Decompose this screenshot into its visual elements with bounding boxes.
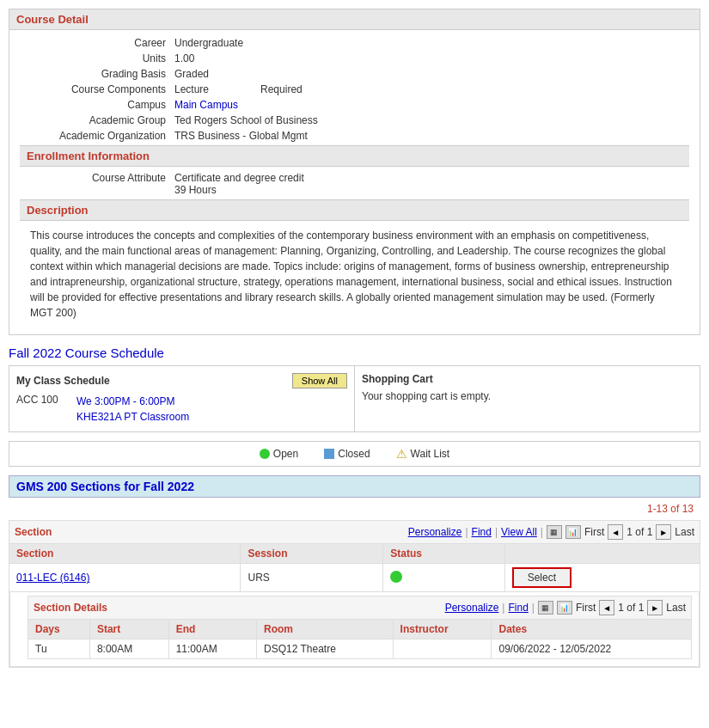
chart-icon[interactable]: 📊 bbox=[565, 525, 581, 539]
section-link[interactable]: 011-LEC (6146) bbox=[16, 572, 89, 584]
dates-cell: 09/06/2022 - 12/05/2022 bbox=[492, 639, 692, 659]
sub-find-link[interactable]: Find bbox=[508, 602, 528, 614]
academic-org-row: Academic Organization TRS Business - Glo… bbox=[20, 130, 689, 142]
detail-table: Days Start End Room Instructor Dates bbox=[28, 619, 692, 659]
open-icon bbox=[260, 449, 270, 459]
schedule-grid: My Class Schedule Show All ACC 100 We 3:… bbox=[9, 365, 700, 432]
col-session: Session bbox=[241, 544, 383, 564]
academic-group-row: Academic Group Ted Rogers School of Busi… bbox=[20, 114, 689, 126]
next-nav-button[interactable]: ► bbox=[656, 524, 671, 540]
detail-table-row: Tu 8:00AM 11:00AM DSQ12 Theatre 09/06/20… bbox=[28, 639, 692, 659]
campus-value: Main Campus bbox=[174, 99, 689, 111]
course-detail-content: Career Undergraduate Units 1.00 Grading … bbox=[9, 30, 700, 334]
table-row: 011-LEC (6146) URS Select bbox=[9, 564, 700, 592]
room-cell: DSQ12 Theatre bbox=[256, 639, 393, 659]
show-all-button[interactable]: Show All bbox=[292, 373, 347, 388]
sub-next-button[interactable]: ► bbox=[647, 600, 663, 615]
class-room: KHE321A PT Classroom bbox=[76, 409, 189, 425]
col-days: Days bbox=[28, 620, 90, 639]
units-row: Units 1.00 bbox=[20, 52, 689, 64]
section-details-label: Section Details bbox=[34, 602, 107, 614]
career-value: Undergraduate bbox=[174, 37, 689, 49]
units-label: Units bbox=[20, 52, 174, 64]
campus-label: Campus bbox=[20, 99, 174, 111]
legend-bar: Open Closed ⚠ Wait List bbox=[9, 441, 700, 467]
col-end: End bbox=[168, 620, 256, 639]
sub-first-label: First bbox=[576, 602, 596, 614]
sub-personalize-link[interactable]: Personalize bbox=[445, 602, 499, 614]
last-nav-label: Last bbox=[675, 526, 694, 538]
course-attr-label: Course Attribute bbox=[20, 172, 174, 196]
sub-grid-icon[interactable]: ▦ bbox=[538, 601, 553, 615]
sub-last-label: Last bbox=[666, 602, 686, 614]
class-time: We 3:00PM - 6:00PM bbox=[76, 394, 189, 409]
detail-table-header-row: Days Start End Room Instructor Dates bbox=[28, 620, 692, 639]
sections-label: Section bbox=[15, 526, 52, 538]
components-requirement: Required bbox=[260, 83, 303, 95]
sub-controls-right: Personalize | Find | ▦ 📊 First ◄ 1 of 1 … bbox=[445, 600, 686, 615]
select-button[interactable]: Select bbox=[512, 567, 571, 588]
units-value: 1.00 bbox=[174, 52, 689, 64]
course-attr-value: Certificate and degree credit 39 Hours bbox=[174, 172, 304, 196]
personalize-link[interactable]: Personalize bbox=[408, 526, 462, 538]
legend-open: Open bbox=[260, 448, 298, 460]
waitlist-icon: ⚠ bbox=[396, 447, 407, 461]
career-row: Career Undergraduate bbox=[20, 37, 689, 49]
shopping-cart-title: Shopping Cart bbox=[362, 373, 693, 385]
legend-waitlist: ⚠ Wait List bbox=[396, 447, 450, 461]
section-details-cell: Section Details Personalize | Find | ▦ 📊… bbox=[9, 592, 700, 668]
end-cell: 11:00AM bbox=[168, 639, 256, 659]
sub-chart-icon[interactable]: 📊 bbox=[557, 601, 572, 615]
legend-waitlist-label: Wait List bbox=[411, 448, 450, 460]
description-header: Description bbox=[20, 199, 689, 221]
session-cell: URS bbox=[241, 564, 383, 592]
main-container: Course Detail Career Undergraduate Units… bbox=[9, 9, 700, 668]
col-instructor: Instructor bbox=[393, 620, 492, 639]
description-title: Description bbox=[27, 204, 89, 217]
course-attr-row: Course Attribute Certificate and degree … bbox=[20, 172, 689, 196]
section-details-container: Section Details Personalize | Find | ▦ 📊… bbox=[9, 592, 700, 667]
my-class-schedule-panel: My Class Schedule Show All ACC 100 We 3:… bbox=[9, 366, 355, 431]
find-link[interactable]: Find bbox=[472, 526, 492, 538]
campus-row: Campus Main Campus bbox=[20, 99, 689, 111]
sub-table-controls: Section Details Personalize | Find | ▦ 📊… bbox=[28, 596, 692, 619]
shopping-cart-panel: Shopping Cart Your shopping cart is empt… bbox=[355, 366, 700, 431]
my-class-header: My Class Schedule Show All bbox=[16, 373, 347, 388]
course-attr-hours: 39 Hours bbox=[174, 184, 304, 196]
start-cell: 8:00AM bbox=[89, 639, 168, 659]
course-detail-title: Course Detail bbox=[16, 13, 89, 26]
academic-group-label: Academic Group bbox=[20, 114, 174, 126]
course-attr-text: Certificate and degree credit bbox=[174, 172, 304, 184]
sections-table-controls: Section Personalize | Find | View All | … bbox=[9, 520, 700, 543]
prev-nav-button[interactable]: ◄ bbox=[608, 524, 623, 540]
section-details-row: Section Details Personalize | Find | ▦ 📊… bbox=[9, 592, 700, 668]
course-detail-header: Course Detail bbox=[9, 9, 700, 30]
class-info: We 3:00PM - 6:00PM KHE321A PT Classroom bbox=[76, 394, 189, 425]
action-cell: Select bbox=[504, 564, 700, 592]
legend-closed-label: Closed bbox=[338, 448, 370, 460]
enrollment-header: Enrollment Information bbox=[20, 145, 689, 167]
col-action bbox=[504, 544, 700, 564]
academic-org-label: Academic Organization bbox=[20, 130, 174, 142]
legend-closed: Closed bbox=[324, 448, 370, 460]
academic-org-value: TRS Business - Global Mgmt bbox=[174, 130, 689, 142]
grading-value: Graded bbox=[174, 68, 689, 80]
class-row: ACC 100 We 3:00PM - 6:00PM KHE321A PT Cl… bbox=[16, 394, 347, 425]
grading-label: Grading Basis bbox=[20, 68, 174, 80]
col-dates: Dates bbox=[492, 620, 692, 639]
my-class-title: My Class Schedule bbox=[16, 375, 110, 387]
schedule-title: Fall 2022 Course Schedule bbox=[9, 346, 700, 360]
col-section: Section bbox=[9, 544, 241, 564]
sub-prev-button[interactable]: ◄ bbox=[599, 600, 614, 615]
enrollment-title: Enrollment Information bbox=[27, 150, 150, 162]
sections-table: Section Session Status 011-LEC (6146) UR… bbox=[9, 543, 700, 668]
grading-row: Grading Basis Graded bbox=[20, 68, 689, 80]
grid-icon[interactable]: ▦ bbox=[547, 525, 562, 539]
description-text: This course introduces the concepts and … bbox=[20, 221, 689, 327]
status-open-icon bbox=[390, 571, 402, 583]
components-values: Lecture Required bbox=[174, 83, 303, 95]
sections-table-header-row: Section Session Status bbox=[9, 544, 700, 564]
page-info: 1 of 1 bbox=[626, 526, 652, 538]
sections-controls-right: Personalize | Find | View All | ▦ 📊 Firs… bbox=[408, 524, 694, 540]
view-all-link[interactable]: View All bbox=[501, 526, 537, 538]
